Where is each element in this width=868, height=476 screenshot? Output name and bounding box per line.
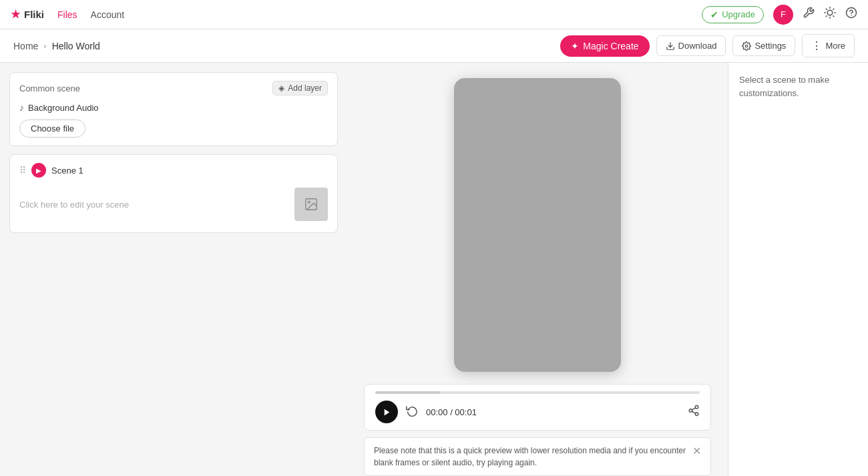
breadcrumb-bar: Home › Hello World ✦ Magic Create Downlo…: [0, 29, 868, 63]
common-scene-card: Common scene ◈ Add layer ♪ Background Au…: [9, 72, 338, 146]
drag-handle-icon[interactable]: ⠿: [19, 165, 26, 176]
player-progress-track[interactable]: [375, 391, 700, 394]
settings-label: Settings: [754, 41, 786, 51]
choose-file-button[interactable]: Choose file: [19, 120, 85, 138]
scene1-card[interactable]: ⠿ ▶ Scene 1 Click here to edit your scen…: [9, 154, 338, 233]
breadcrumb-current: Hello World: [52, 41, 100, 51]
main-layout: Common scene ◈ Add layer ♪ Background Au…: [0, 63, 868, 476]
right-panel-hint: Select a scene to make customizations.: [739, 75, 829, 98]
preview-phone: [454, 78, 621, 372]
svg-point-14: [308, 201, 310, 203]
upgrade-icon: ✔: [710, 9, 718, 20]
preview-area: [347, 72, 728, 377]
scene1-title: Scene 1: [51, 166, 83, 176]
app-logo[interactable]: ★ Fliki: [11, 8, 44, 21]
svg-line-3: [826, 9, 827, 9]
time-display: 00:00 / 00:01: [426, 407, 680, 417]
right-panel: Select a scene to make customizations.: [728, 63, 868, 476]
scene1-placeholder: Click here to edit your scene: [19, 200, 129, 210]
info-banner-text: Please note that this is a quick preview…: [374, 445, 686, 469]
svg-line-7: [826, 16, 827, 17]
center-panel: 00:00 / 00:01 Please note that this is a…: [347, 63, 728, 476]
add-layer-button[interactable]: ◈ Add layer: [272, 81, 328, 95]
svg-line-8: [833, 9, 834, 9]
scene1-header: ⠿ ▶ Scene 1: [19, 163, 328, 178]
svg-line-19: [692, 411, 695, 413]
tools-button[interactable]: [803, 7, 815, 22]
scene1-play-icon[interactable]: ▶: [31, 163, 46, 178]
logo-icon: ★: [11, 8, 20, 21]
more-label: More: [825, 41, 845, 51]
upgrade-button[interactable]: ✔ Upgrade: [702, 6, 764, 23]
player-bar: 00:00 / 00:01: [364, 384, 711, 431]
svg-point-12: [746, 45, 748, 47]
svg-line-4: [833, 16, 834, 17]
top-navigation: ★ Fliki Files Account ✔ Upgrade F: [0, 0, 868, 29]
more-button[interactable]: ⋮ More: [802, 34, 855, 57]
upgrade-label: Upgrade: [722, 9, 755, 19]
scene1-content: Click here to edit your scene: [19, 184, 328, 224]
theme-button[interactable]: [824, 7, 836, 22]
info-banner: Please note that this is a quick preview…: [364, 437, 711, 476]
settings-button[interactable]: Settings: [732, 35, 795, 56]
player-controls: 00:00 / 00:01: [375, 401, 700, 423]
avatar[interactable]: F: [773, 5, 793, 25]
magic-create-button[interactable]: ✦ Magic Create: [560, 35, 649, 57]
audio-row: ♪ Background Audio: [19, 102, 328, 113]
common-scene-title: Common scene: [19, 83, 80, 93]
more-icon: ⋮: [811, 39, 822, 52]
download-button[interactable]: Download: [656, 35, 726, 56]
audio-icon: ♪: [19, 102, 24, 113]
app-name: Fliki: [24, 9, 44, 20]
help-button[interactable]: [845, 7, 857, 22]
banner-close-button[interactable]: ✕: [692, 445, 701, 457]
download-label: Download: [678, 41, 717, 51]
svg-marker-15: [384, 409, 389, 415]
share-button[interactable]: [688, 405, 700, 420]
breadcrumb-home[interactable]: Home: [13, 41, 38, 51]
add-layer-label: Add layer: [288, 83, 322, 93]
svg-line-20: [692, 407, 695, 409]
replay-button[interactable]: [406, 405, 418, 420]
svg-point-0: [827, 10, 833, 15]
breadcrumb-separator: ›: [43, 41, 46, 51]
magic-create-label: Magic Create: [583, 41, 638, 51]
magic-create-icon: ✦: [571, 41, 579, 51]
nav-icons: ✔ Upgrade F: [702, 5, 857, 25]
left-panel: Common scene ◈ Add layer ♪ Background Au…: [0, 63, 347, 476]
play-button[interactable]: [375, 401, 398, 423]
add-layer-icon: ◈: [278, 83, 284, 93]
nav-files[interactable]: Files: [57, 9, 77, 20]
scene1-thumbnail: [294, 188, 328, 221]
common-scene-header: Common scene ◈ Add layer: [19, 81, 328, 95]
breadcrumb-actions: ✦ Magic Create Download Settings ⋮ More: [560, 34, 855, 57]
audio-label: Background Audio: [28, 103, 99, 113]
player-progress-fill: [375, 391, 440, 394]
nav-account[interactable]: Account: [91, 9, 125, 20]
